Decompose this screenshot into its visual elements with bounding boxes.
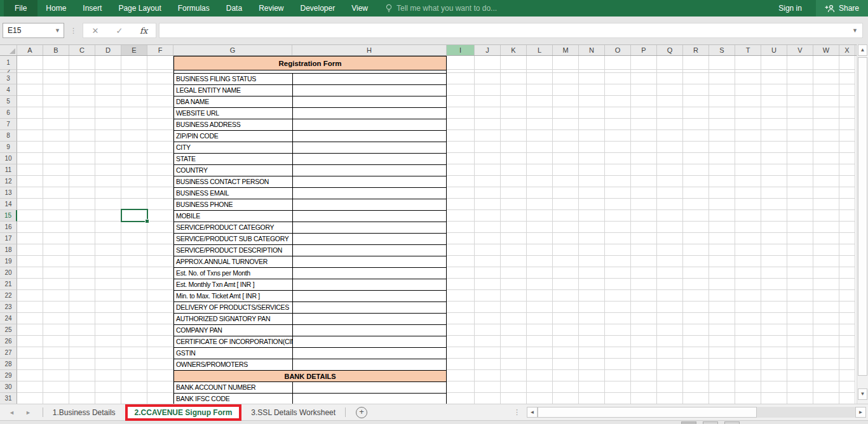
form-value-cell[interactable]: [293, 108, 446, 119]
column-header-J[interactable]: J: [475, 45, 501, 55]
row-header-22[interactable]: 22: [0, 290, 17, 301]
formula-input[interactable]: ▼: [159, 23, 863, 38]
column-header-O[interactable]: O: [605, 45, 631, 55]
row-header-3[interactable]: 3: [0, 73, 17, 84]
form-value-cell[interactable]: [293, 165, 446, 176]
form-value-cell[interactable]: [293, 234, 446, 244]
row-header-16[interactable]: 16: [0, 222, 17, 233]
column-header-S[interactable]: S: [709, 45, 735, 55]
form-label-cell[interactable]: COMPANY PAN: [174, 325, 293, 336]
column-header-C[interactable]: C: [69, 45, 95, 55]
row-header-5[interactable]: 5: [0, 96, 17, 107]
ribbon-tab-home[interactable]: Home: [37, 0, 74, 17]
column-header-M[interactable]: M: [553, 45, 579, 55]
form-label-cell[interactable]: BUSINESS FILING STATUS: [174, 74, 293, 84]
form-value-cell[interactable]: [293, 154, 446, 164]
form-value-cell[interactable]: [293, 119, 446, 130]
row-header-9[interactable]: 9: [0, 142, 17, 153]
form-label-cell[interactable]: BUSINESS CONTACT PERSON: [174, 176, 293, 187]
form-label-cell[interactable]: DELIVERY OF PRODUCTS/SERVICES: [174, 302, 293, 313]
form-value-cell[interactable]: [293, 222, 446, 233]
form-value-cell[interactable]: [293, 291, 446, 301]
form-value-cell[interactable]: [293, 211, 446, 222]
row-header-8[interactable]: 8: [0, 130, 17, 142]
row-header-17[interactable]: 17: [0, 233, 17, 244]
form-label-cell[interactable]: SERVICE/PRODUCT SUB CATEGORY: [174, 234, 293, 244]
scroll-left-icon[interactable]: ◄: [527, 407, 538, 418]
row-header-1[interactable]: 1: [0, 56, 17, 70]
column-header-R[interactable]: R: [683, 45, 709, 55]
scroll-up-icon[interactable]: ▲: [858, 44, 867, 56]
fill-handle[interactable]: [145, 219, 149, 223]
tell-me-box[interactable]: Tell me what you want to do...: [385, 4, 497, 13]
form-value-cell[interactable]: [293, 85, 446, 96]
horizontal-scrollbar[interactable]: ◄ ►: [527, 407, 866, 418]
row-header-26[interactable]: 26: [0, 336, 17, 347]
sheet-tab-1[interactable]: 1.Business Details: [43, 404, 125, 420]
form-value-cell[interactable]: [293, 382, 446, 393]
column-header-H[interactable]: H: [292, 45, 447, 55]
form-value-cell[interactable]: [293, 245, 446, 256]
form-label-cell[interactable]: DBA NAME: [174, 96, 293, 107]
sheet-nav-right-icon[interactable]: ►: [25, 409, 31, 416]
sign-in-button[interactable]: Sign in: [778, 4, 802, 13]
row-header-4[interactable]: 4: [0, 84, 17, 96]
horizontal-scroll-track[interactable]: [757, 407, 855, 418]
column-header-E[interactable]: E: [121, 45, 147, 55]
column-header-N[interactable]: N: [579, 45, 605, 55]
column-header-I[interactable]: I: [447, 45, 475, 55]
form-label-cell[interactable]: APPROX.ANNUAL TURNOVER: [174, 256, 293, 267]
form-label-cell[interactable]: BUSINESS ADDRESS: [174, 119, 293, 130]
form-label-cell[interactable]: Est. No. of Txns per Month: [174, 268, 293, 279]
ribbon-tab-file[interactable]: File: [4, 0, 37, 17]
page-break-view-button[interactable]: [724, 421, 740, 424]
row-header-6[interactable]: 6: [0, 107, 17, 119]
name-box-chevron-icon[interactable]: ▼: [55, 27, 64, 34]
column-header-L[interactable]: L: [527, 45, 553, 55]
form-label-cell[interactable]: Est. Monthly Txn Amt [ INR ]: [174, 279, 293, 290]
form-label-cell[interactable]: WEBSITE URL: [174, 108, 293, 119]
row-header-25[interactable]: 25: [0, 324, 17, 336]
sheet-tab-2[interactable]: 2.CCAVENUE Signup Form: [128, 407, 240, 418]
form-label-cell[interactable]: OWNERS/PROMOTERS: [174, 359, 293, 370]
form-label-cell[interactable]: SERVICE/PRODUCT DESCRIPTION: [174, 245, 293, 256]
column-header-D[interactable]: D: [95, 45, 121, 55]
form-value-cell[interactable]: [293, 199, 446, 210]
column-header-F[interactable]: F: [147, 45, 173, 55]
grid-body[interactable]: 1234567891011121314151617181920212223242…: [0, 56, 857, 404]
column-header-K[interactable]: K: [501, 45, 527, 55]
ribbon-tab-insert[interactable]: Insert: [74, 0, 110, 17]
name-box[interactable]: E15 ▼: [3, 23, 64, 38]
new-sheet-button[interactable]: +: [356, 407, 367, 418]
form-value-cell[interactable]: [293, 96, 446, 107]
form-label-cell[interactable]: ZIP/PIN CODE: [174, 131, 293, 142]
form-value-cell[interactable]: [293, 302, 446, 313]
row-header-21[interactable]: 21: [0, 279, 17, 290]
enter-icon[interactable]: ✓: [107, 26, 132, 36]
row-header-31[interactable]: 31: [0, 393, 17, 404]
bank-details-section-cell[interactable]: BANK DETAILS: [174, 371, 446, 382]
row-header-30[interactable]: 30: [0, 381, 17, 393]
row-header-7[interactable]: 7: [0, 119, 17, 130]
horizontal-scroll-thumb[interactable]: [538, 407, 757, 418]
normal-view-button[interactable]: [681, 421, 696, 424]
row-header-12[interactable]: 12: [0, 176, 17, 187]
form-value-cell[interactable]: [293, 336, 446, 347]
vertical-scroll-track[interactable]: ▼: [857, 56, 868, 404]
form-value-cell[interactable]: [293, 256, 446, 267]
row-header-23[interactable]: 23: [0, 301, 17, 313]
form-value-cell[interactable]: [293, 74, 446, 84]
form-label-cell[interactable]: LEGAL ENTITY NAME: [174, 85, 293, 96]
tab-bar-grip[interactable]: ⋮: [513, 408, 520, 416]
ribbon-tab-developer[interactable]: Developer: [292, 0, 344, 17]
form-value-cell[interactable]: [293, 359, 446, 370]
select-all-corner[interactable]: [0, 45, 17, 55]
column-header-G[interactable]: G: [173, 45, 292, 55]
form-label-cell[interactable]: AUTHORIZED SIGNATORY PAN: [174, 314, 293, 324]
form-value-cell[interactable]: [293, 314, 446, 324]
form-label-cell[interactable]: BANK ACCOUNT NUMBER: [174, 382, 293, 393]
scroll-right-icon[interactable]: ►: [855, 407, 866, 418]
column-header-U[interactable]: U: [761, 45, 787, 55]
cancel-icon[interactable]: ✕: [83, 26, 107, 36]
sheet-nav-left-icon[interactable]: ◄: [9, 409, 15, 416]
